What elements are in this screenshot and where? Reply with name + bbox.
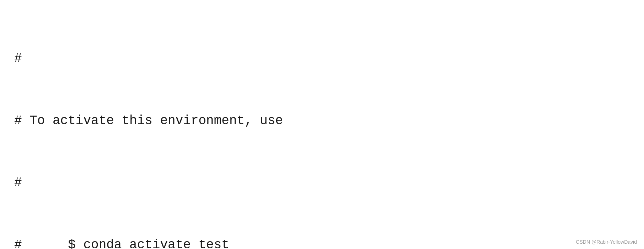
terminal-line-1: # — [14, 48, 630, 69]
terminal-line-4: # $ conda activate test — [14, 234, 630, 249]
terminal-line-3: # — [14, 172, 630, 193]
watermark: CSDN @Rabir-YellowDavid — [576, 239, 637, 245]
terminal-line-2: # To activate this environment, use — [14, 110, 630, 131]
terminal-output: # # To activate this environment, use # … — [0, 0, 644, 249]
